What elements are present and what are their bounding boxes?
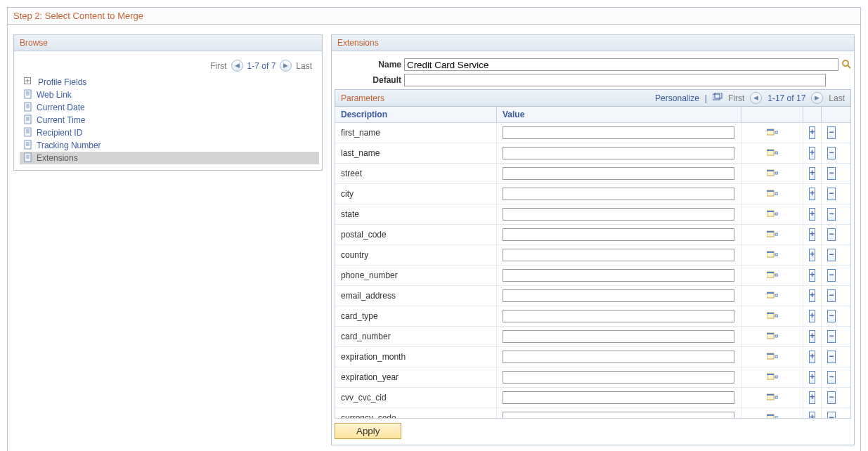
- param-description: card_number: [335, 327, 497, 346]
- delete-row-button[interactable]: −: [827, 330, 836, 343]
- add-row-button[interactable]: +: [809, 371, 815, 384]
- delete-row-button[interactable]: −: [827, 208, 836, 221]
- delete-row-button[interactable]: −: [827, 228, 836, 241]
- default-input[interactable]: [404, 74, 826, 86]
- delete-row-button[interactable]: −: [827, 269, 836, 282]
- table-row: cvv_cvc_cid+−: [335, 388, 850, 408]
- params-next-button[interactable]: ▶: [811, 92, 823, 104]
- col-description[interactable]: Description: [335, 107, 497, 122]
- tree-item-label[interactable]: Profile Fields: [38, 77, 86, 87]
- param-value-input[interactable]: [503, 289, 734, 302]
- prompt-icon[interactable]: [767, 311, 778, 322]
- prompt-icon[interactable]: [767, 351, 778, 363]
- add-row-button[interactable]: +: [809, 269, 815, 282]
- add-row-button[interactable]: +: [809, 310, 815, 322]
- params-prev-button[interactable]: ◀: [750, 92, 762, 104]
- tree-item[interactable]: Tracking Number: [20, 139, 319, 152]
- delete-row-button[interactable]: −: [827, 391, 836, 404]
- tree-item-label[interactable]: Web Link: [37, 90, 72, 100]
- prompt-icon[interactable]: [767, 412, 778, 419]
- add-row-button[interactable]: +: [809, 249, 815, 261]
- tree-item[interactable]: Current Date: [20, 101, 319, 114]
- param-description: state: [335, 204, 497, 224]
- table-row: last_name+−: [335, 143, 850, 164]
- param-description: phone_number: [335, 266, 497, 285]
- prompt-icon[interactable]: [767, 290, 778, 302]
- add-row-button[interactable]: +: [809, 167, 815, 180]
- prompt-icon[interactable]: [767, 168, 778, 180]
- table-row: postal_code+−: [335, 225, 850, 245]
- delete-row-button[interactable]: −: [827, 412, 836, 419]
- param-value-input[interactable]: [503, 351, 734, 363]
- svg-rect-11: [25, 115, 31, 124]
- add-row-button[interactable]: +: [809, 228, 815, 241]
- svg-rect-19: [25, 140, 31, 149]
- param-value-input[interactable]: [503, 269, 734, 282]
- lookup-icon[interactable]: [841, 59, 851, 71]
- parameters-column-headers: Description Value: [335, 107, 851, 123]
- tree-item[interactable]: Web Link: [20, 89, 319, 101]
- prompt-icon[interactable]: [767, 148, 778, 159]
- prompt-icon[interactable]: [767, 331, 778, 343]
- apply-button[interactable]: Apply: [335, 423, 401, 439]
- delete-row-button[interactable]: −: [827, 126, 836, 139]
- param-value-input[interactable]: [503, 330, 734, 343]
- delete-row-button[interactable]: −: [827, 289, 836, 302]
- svg-rect-44: [767, 211, 774, 212]
- personalize-link[interactable]: Personalize: [655, 93, 699, 103]
- params-nav-count: 1-17 of 17: [767, 93, 805, 103]
- delete-row-button[interactable]: −: [827, 371, 836, 384]
- add-row-button[interactable]: +: [809, 147, 815, 159]
- param-value-input[interactable]: [503, 126, 734, 139]
- delete-row-button[interactable]: −: [827, 167, 836, 180]
- params-nav-first: First: [728, 93, 744, 103]
- add-row-button[interactable]: +: [809, 208, 815, 221]
- param-value-input[interactable]: [503, 208, 734, 221]
- tree-item-label[interactable]: Recipient ID: [37, 128, 82, 138]
- add-row-button[interactable]: +: [809, 126, 815, 139]
- tree-item[interactable]: Profile Fields: [20, 76, 319, 89]
- tree-item-label[interactable]: Current Time: [37, 115, 85, 125]
- delete-row-button[interactable]: −: [827, 351, 836, 363]
- prompt-icon[interactable]: [767, 372, 778, 384]
- col-value[interactable]: Value: [497, 107, 741, 122]
- param-value-input[interactable]: [503, 249, 734, 261]
- param-value-input[interactable]: [503, 391, 734, 404]
- param-value-input[interactable]: [503, 310, 734, 322]
- add-row-button[interactable]: +: [809, 391, 815, 404]
- tree-item-label[interactable]: Current Date: [37, 103, 85, 112]
- prompt-icon[interactable]: [767, 209, 778, 221]
- add-row-button[interactable]: +: [809, 330, 815, 343]
- delete-row-button[interactable]: −: [827, 188, 836, 200]
- prompt-icon[interactable]: [767, 127, 778, 139]
- param-value-input[interactable]: [503, 188, 734, 200]
- prompt-icon[interactable]: [767, 249, 778, 261]
- tree-item[interactable]: Recipient ID: [20, 126, 319, 139]
- add-row-button[interactable]: +: [809, 188, 815, 200]
- add-row-button[interactable]: +: [809, 351, 815, 363]
- param-value-input[interactable]: [503, 228, 734, 241]
- tree-item-label[interactable]: Tracking Number: [37, 140, 101, 150]
- browse-prev-button[interactable]: ◀: [231, 60, 243, 72]
- tree-item[interactable]: Current Time: [20, 114, 319, 126]
- param-value-input[interactable]: [503, 167, 734, 180]
- prompt-icon[interactable]: [767, 229, 778, 241]
- prompt-icon[interactable]: [767, 392, 778, 404]
- param-value-input[interactable]: [503, 371, 734, 384]
- params-nav-last: Last: [829, 93, 845, 103]
- delete-row-button[interactable]: −: [827, 147, 836, 159]
- delete-row-button[interactable]: −: [827, 310, 836, 322]
- prompt-icon[interactable]: [767, 188, 778, 200]
- browse-next-button[interactable]: ▶: [280, 60, 292, 72]
- name-input[interactable]: [404, 58, 838, 71]
- param-value-input[interactable]: [503, 412, 734, 419]
- prompt-icon[interactable]: [767, 270, 778, 282]
- tree-item[interactable]: Extensions: [20, 152, 319, 164]
- add-row-button[interactable]: +: [809, 412, 815, 419]
- param-description: country: [335, 245, 497, 265]
- parameters-scroll[interactable]: first_name+−last_name+−street+−city+−sta…: [335, 123, 851, 419]
- param-value-input[interactable]: [503, 147, 734, 159]
- add-row-button[interactable]: +: [809, 289, 815, 302]
- delete-row-button[interactable]: −: [827, 249, 836, 261]
- zoom-icon[interactable]: [713, 93, 723, 103]
